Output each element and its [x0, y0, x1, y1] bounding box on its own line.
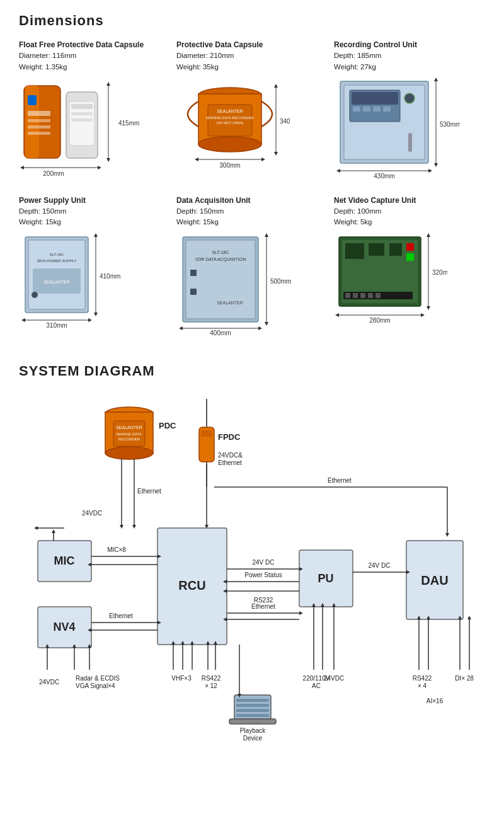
svg-rect-72 — [190, 270, 197, 276]
svg-text:MIC×8: MIC×8 — [107, 546, 126, 553]
svg-text:RS422: RS422 — [202, 675, 221, 682]
svg-rect-195 — [236, 699, 269, 702]
dim-item-pdc: Protective Data Capsule Diameter: 210mm … — [176, 39, 328, 182]
svg-text:320mm: 320mm — [432, 269, 447, 276]
ffpdc-weight: Weight: 1.35kg — [19, 63, 67, 71]
svg-marker-50 — [434, 78, 438, 81]
svg-text:Playback: Playback — [240, 727, 266, 734]
svg-marker-62 — [88, 318, 92, 322]
dim-item-rcu: Recording Control Unit Depth: 185mm Weig… — [334, 39, 485, 182]
svg-marker-97 — [335, 313, 339, 317]
svg-rect-9 — [71, 104, 93, 109]
rcu-svg: 430mm 530mm — [334, 76, 460, 180]
nvcu-label: Net Video Capture Unit Depth: 100mm Weig… — [334, 195, 485, 228]
svg-text:MIC: MIC — [54, 554, 75, 567]
svg-rect-10 — [71, 112, 93, 115]
svg-point-106 — [105, 447, 153, 459]
svg-rect-114 — [201, 430, 212, 437]
svg-rect-199 — [229, 719, 276, 724]
svg-text:430mm: 430mm — [374, 173, 394, 180]
dimensions-grid: Float Free Protective Data Capsule Diame… — [19, 39, 485, 338]
svg-text:400mm: 400mm — [210, 330, 231, 336]
nvcu-depth: Depth: 100mm — [334, 207, 381, 215]
svg-text:VHF×3: VHF×3 — [171, 675, 192, 682]
pdc-figure: SEALANTER MARINE DATA RECORDER DO NOT OP… — [176, 76, 290, 177]
pdc-diameter: Diameter: 210mm — [176, 52, 234, 59]
svg-text:FPDC: FPDC — [218, 432, 241, 442]
svg-text:300mm: 300mm — [219, 162, 240, 169]
svg-text:340mm: 340mm — [280, 118, 290, 125]
svg-text:24VDC: 24VDC — [39, 679, 59, 686]
svg-text:MARINE DATA RECORDER: MARINE DATA RECORDER — [206, 116, 254, 120]
dim-item-nvcu: Net Video Capture Unit Depth: 100mm Weig… — [334, 195, 485, 338]
svg-text:NV4: NV4 — [53, 621, 75, 633]
dau-depth: Depth: 150mm — [176, 207, 224, 215]
ffpdc-svg: 200mm 415mm — [19, 76, 145, 177]
svg-marker-165 — [299, 611, 303, 615]
svg-rect-11 — [71, 118, 93, 122]
svg-marker-46 — [336, 169, 340, 173]
svg-text:24VDC&: 24VDC& — [218, 452, 243, 459]
nvcu-name: Net Video Capture Unit — [334, 196, 416, 205]
svg-rect-94 — [368, 293, 373, 298]
svg-marker-152 — [52, 529, 55, 533]
nvcu-weight: Weight: 5kg — [334, 218, 372, 226]
svg-marker-66 — [94, 313, 98, 316]
svg-rect-198 — [236, 714, 269, 717]
pdc-label: Protective Data Capsule Diameter: 210mm … — [176, 39, 328, 72]
svg-text:24VDC: 24VDC — [324, 675, 344, 682]
svg-text:RCU: RCU — [178, 578, 205, 592]
svg-marker-14 — [98, 166, 101, 169]
svg-text:Device: Device — [243, 735, 263, 742]
psu-figure: SLT-18C 30VA POWER SUPPLY SEALANTER 310m… — [19, 232, 132, 330]
svg-marker-13 — [20, 166, 24, 169]
svg-text:530mm: 530mm — [440, 121, 460, 128]
dau-name: Data Acquisiton Unit — [176, 196, 251, 205]
svg-rect-86 — [369, 243, 384, 256]
svg-text:PU: PU — [318, 572, 333, 585]
svg-text:MARINE DATA: MARINE DATA — [117, 432, 142, 436]
svg-marker-47 — [428, 169, 432, 173]
svg-text:SEALANTER: SEALANTER — [116, 425, 142, 430]
ffpdc-label: Float Free Protective Data Capsule Diame… — [19, 39, 170, 72]
svg-rect-88 — [406, 243, 414, 251]
svg-rect-39 — [353, 106, 360, 112]
svg-marker-80 — [265, 233, 268, 237]
svg-text:SEALANTER: SEALANTER — [217, 109, 243, 113]
svg-text:Power Status: Power Status — [244, 572, 282, 578]
svg-rect-89 — [406, 253, 414, 261]
svg-marker-76 — [179, 326, 183, 330]
svg-rect-42 — [383, 106, 391, 112]
system-diagram: SEALANTER MARINE DATA RECORDER PDC FPDC … — [19, 389, 485, 799]
svg-text:DAU: DAU — [421, 573, 448, 587]
svg-text:VDR DATA ACQUISITION: VDR DATA ACQUISITION — [195, 257, 246, 262]
rcu-weight: Weight: 27kg — [334, 63, 376, 71]
dim-item-dau: Data Acquisiton Unit Depth: 150mm Weight… — [176, 195, 328, 338]
svg-marker-77 — [258, 326, 262, 330]
svg-text:SEALANTER: SEALANTER — [43, 280, 70, 284]
svg-text:SEALANTER: SEALANTER — [217, 301, 243, 305]
svg-rect-41 — [373, 106, 381, 112]
svg-rect-38 — [352, 92, 398, 105]
rcu-name: Recording Control Unit — [334, 40, 417, 49]
dau-svg: SLT-18C VDR DATA ACQUISITION SEALANTER 4… — [176, 232, 296, 336]
dim-item-psu: Power Supply Unit Depth: 150mm Weight: 1… — [19, 195, 170, 338]
dimensions-section: Dimensions Float Free Protective Data Ca… — [19, 13, 485, 338]
svg-marker-28 — [195, 158, 198, 161]
svg-rect-3 — [28, 111, 50, 116]
svg-rect-87 — [389, 243, 402, 256]
svg-marker-29 — [261, 158, 265, 161]
svg-marker-61 — [21, 318, 25, 322]
nvcu-svg: 280mm 320mm — [334, 232, 447, 330]
svg-marker-98 — [421, 313, 425, 317]
svg-rect-91 — [345, 293, 350, 298]
svg-point-22 — [198, 137, 261, 152]
svg-marker-222 — [467, 616, 471, 619]
psu-weight: Weight: 15kg — [19, 218, 61, 226]
psu-name: Power Supply Unit — [19, 196, 86, 205]
svg-rect-6 — [28, 132, 50, 135]
system-section: SYSTEM DIAGRAM SEALANTER MARINE DATA REC… — [19, 363, 485, 799]
svg-marker-65 — [94, 233, 98, 237]
svg-text:Ethernet: Ethernet — [218, 459, 242, 466]
svg-marker-121 — [120, 525, 123, 529]
